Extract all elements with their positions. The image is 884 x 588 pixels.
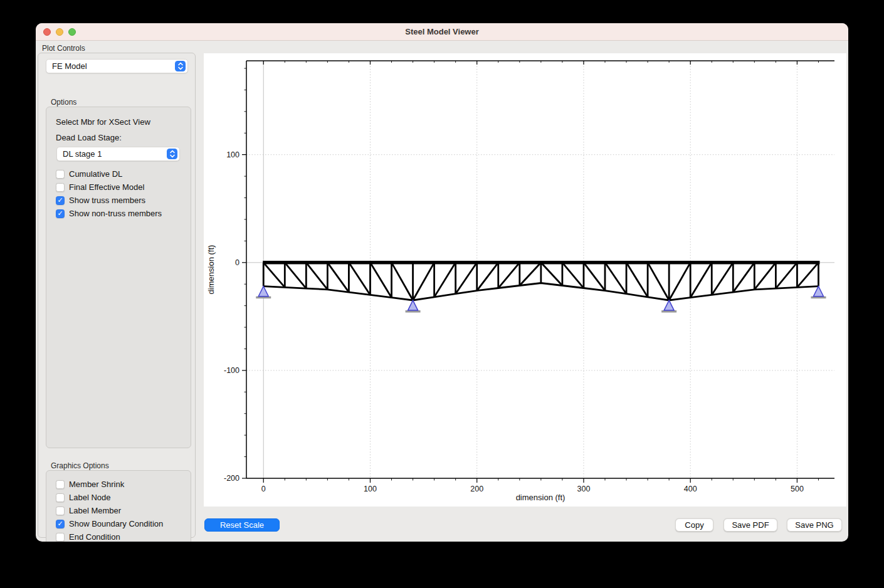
checkbox-box[interactable] [56, 183, 65, 192]
svg-text:300: 300 [577, 485, 591, 493]
checkbox-label: Show truss members [69, 196, 145, 205]
save-pdf-button[interactable]: Save PDF [724, 518, 777, 532]
reset-scale-button[interactable]: Reset Scale [204, 518, 280, 532]
checkbox-final-effective-model[interactable]: Final Effective Model [56, 181, 162, 194]
checkbox-show-truss-members[interactable]: ✓ Show truss members [56, 194, 162, 207]
svg-text:-200: -200 [224, 474, 239, 483]
checkbox-box[interactable] [56, 480, 65, 489]
svg-text:100: 100 [364, 485, 377, 493]
options-label: Options [51, 98, 76, 107]
support-triangle-icon [664, 300, 674, 310]
svg-text:500: 500 [791, 485, 804, 493]
titlebar[interactable]: Steel Model Viewer [36, 23, 848, 41]
checkbox-show-boundary-condition[interactable]: ✓ Show Boundary Condition [56, 517, 163, 530]
checkbox-label: Label Node [69, 493, 111, 502]
plot-controls-label: Plot Controls [42, 44, 85, 53]
plot-controls-group: FE Model Options Select Mbr for XSect Vi… [38, 53, 196, 538]
checkbox-box[interactable] [56, 533, 65, 542]
svg-text:-100: -100 [224, 366, 239, 375]
svg-text:0: 0 [261, 485, 266, 493]
svg-text:0: 0 [235, 258, 239, 267]
support-triangle-icon [813, 286, 823, 297]
stage-select-value: DL stage 1 [57, 149, 167, 159]
checkbox-box[interactable]: ✓ [56, 520, 65, 528]
checkbox-member-shrink[interactable]: Member Shrink [56, 478, 163, 491]
x-axis-label: dimension (ft) [516, 493, 566, 502]
svg-text:100: 100 [226, 150, 239, 159]
copy-button[interactable]: Copy [675, 518, 713, 532]
graphics-options-group: Member Shrink Label Node Label Member ✓ … [46, 470, 191, 542]
svg-text:400: 400 [684, 485, 697, 493]
checkbox-label: Member Shrink [69, 480, 124, 489]
truss-plot-canvas[interactable]: 0100200300400500-200-1000100dimension (f… [204, 53, 846, 507]
xsect-view-label: Select Mbr for XSect View [56, 117, 191, 127]
checkbox-end-condition[interactable]: End Condition [56, 530, 163, 542]
save-png-button[interactable]: Save PNG [787, 518, 842, 532]
support-triangle-icon [408, 300, 418, 310]
model-plot[interactable]: 0100200300400500-200-1000100dimension (f… [204, 53, 846, 507]
checkbox-box[interactable]: ✓ [56, 196, 65, 205]
checkbox-label: Label Member [69, 506, 121, 515]
app-window: Steel Model Viewer Plot Controls FE Mode… [36, 23, 848, 542]
model-select[interactable]: FE Model [46, 59, 188, 73]
options-group: Select Mbr for XSect View Dead Load Stag… [46, 107, 191, 448]
dead-load-stage-select[interactable]: DL stage 1 [56, 147, 180, 161]
graphics-options-label: Graphics Options [51, 461, 109, 470]
checkbox-label: Show non-truss members [69, 209, 162, 218]
checkbox-box[interactable] [56, 170, 65, 179]
checkbox-label: End Condition [69, 532, 120, 542]
checkbox-box[interactable] [56, 493, 65, 502]
checkbox-label-node[interactable]: Label Node [56, 491, 163, 504]
checkbox-label: Show Boundary Condition [69, 519, 163, 528]
checkbox-cumulative-dl[interactable]: Cumulative DL [56, 167, 162, 181]
stepper-icon [175, 61, 186, 71]
checkbox-box[interactable] [56, 507, 65, 515]
checkbox-label: Final Effective Model [69, 182, 144, 192]
checkbox-show-non-truss-members[interactable]: ✓ Show non-truss members [56, 207, 162, 220]
window-title: Steel Model Viewer [36, 23, 848, 41]
truss-members [263, 263, 819, 300]
checkbox-label-member[interactable]: Label Member [56, 504, 163, 517]
dead-load-stage-label: Dead Load Stage: [56, 133, 191, 142]
y-axis-label: dimension (ft) [206, 245, 216, 295]
checkbox-label: Cumulative DL [69, 169, 122, 179]
checkbox-box[interactable]: ✓ [56, 209, 65, 218]
support-triangle-icon [258, 286, 268, 297]
axes-ticks: 0100200300400500-200-1000100dimension (f… [206, 61, 818, 502]
model-select-value: FE Model [46, 61, 175, 71]
support-markers [256, 286, 826, 313]
svg-text:200: 200 [470, 485, 483, 493]
stepper-icon [167, 149, 177, 159]
